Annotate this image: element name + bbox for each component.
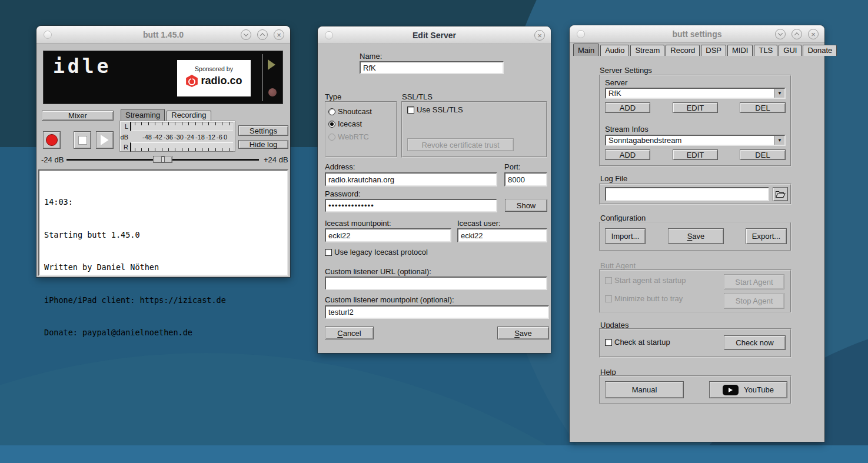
mountpoint-field[interactable] (325, 228, 451, 242)
checkbox-icon (605, 339, 612, 346)
tab-recording[interactable]: Recording (167, 111, 211, 121)
vu-left-bar (130, 122, 233, 131)
save-button[interactable]: Save (497, 327, 549, 339)
tab-midi[interactable]: MIDI (727, 45, 753, 56)
close-button[interactable]: × (534, 30, 545, 41)
mixer-button[interactable]: Mixer (42, 111, 114, 121)
vu-right-bar (130, 142, 233, 152)
log-file-label: Log File (600, 174, 627, 183)
import-button[interactable]: Import... (605, 228, 646, 244)
name-field[interactable] (360, 61, 504, 74)
log-file-field[interactable] (605, 187, 769, 201)
checkbox-icon (605, 295, 612, 302)
icecast-user-field[interactable] (457, 228, 547, 242)
radio-icecast[interactable]: Icecast (328, 119, 362, 128)
name-label: Name: (360, 52, 382, 61)
display-status-led (268, 88, 277, 96)
check-now-button[interactable]: Check now (724, 335, 786, 350)
tab-stream[interactable]: Stream (630, 45, 664, 56)
maximize-button[interactable] (791, 29, 802, 39)
password-label: Password: (325, 189, 361, 198)
use-ssl-checkbox[interactable]: Use SSL/TLS (407, 105, 463, 114)
listener-url-field[interactable] (325, 277, 547, 290)
configuration-label: Configuration (600, 214, 646, 222)
radio-shoutcast[interactable]: Shoutcast (328, 107, 372, 116)
titlebar[interactable]: Edit Server × (318, 26, 551, 44)
server-label: Server (605, 78, 627, 87)
stream-infos-label: Stream Infos (605, 125, 648, 134)
server-edit-button[interactable]: EDIT (673, 102, 718, 113)
dropdown-arrow-icon: ▼ (774, 89, 784, 98)
checkbox-icon (325, 249, 332, 256)
youtube-button[interactable]: YouTube (709, 381, 787, 398)
close-button[interactable]: × (274, 29, 284, 40)
titlebar[interactable]: butt settings × (570, 25, 824, 43)
listener-mountpoint-field[interactable] (325, 305, 549, 319)
tab-tls[interactable]: TLS (754, 45, 777, 56)
dropdown-arrow-icon: ▼ (774, 136, 784, 145)
tab-record[interactable]: Record (666, 45, 700, 56)
close-icon: × (811, 31, 816, 38)
tab-dsp[interactable]: DSP (701, 45, 726, 56)
server-dropdown[interactable]: RfK ▼ (605, 88, 786, 99)
window-title: Edit Server (318, 26, 551, 44)
check-at-startup-checkbox[interactable]: Check at startup (605, 338, 670, 347)
config-save-button[interactable]: Save (668, 228, 724, 244)
close-icon: × (277, 31, 281, 39)
server-del-button[interactable]: DEL (740, 102, 786, 113)
status-display: idle Sponsored by radio.co (43, 51, 283, 104)
legacy-protocol-checkbox[interactable]: Use legacy Icecast protocol (325, 248, 428, 257)
checkbox-icon (605, 277, 612, 284)
tab-donate[interactable]: Donate (803, 45, 837, 56)
edit-server-dialog: Edit Server × Name: Type Shoutcast Iceca… (318, 26, 551, 353)
stream-del-button[interactable]: DEL (740, 149, 786, 160)
mountpoint-label: Icecast mountpoint: (325, 219, 391, 228)
radioco-logo-icon (185, 75, 198, 87)
tab-streaming[interactable]: Streaming (121, 109, 165, 121)
radio-icon (328, 108, 335, 115)
cancel-button[interactable]: Cancel (325, 327, 374, 339)
listener-url-label: Custom listener URL (optional): (325, 267, 431, 276)
play-button[interactable] (96, 131, 114, 149)
stream-edit-button[interactable]: EDIT (673, 149, 718, 160)
log-line: Written by Daniel Nöthen (44, 262, 282, 273)
gain-slider-thumb[interactable] (153, 156, 172, 163)
stream-add-button[interactable]: ADD (605, 149, 650, 160)
tab-gui[interactable]: GUI (779, 45, 802, 56)
stop-button[interactable] (74, 131, 91, 149)
server-add-button[interactable]: ADD (605, 102, 650, 113)
settings-button[interactable]: Settings (238, 125, 288, 136)
record-button[interactable] (43, 131, 61, 149)
sponsor-banner[interactable]: Sponsored by radio.co (177, 60, 251, 96)
address-field[interactable] (325, 172, 497, 186)
butt-agent-label: Butt Agent (600, 261, 636, 270)
log-line: 14:03: (44, 196, 282, 208)
record-icon (46, 134, 58, 146)
radio-disabled-icon (328, 134, 335, 141)
maximize-button[interactable] (257, 29, 268, 40)
listener-mountpoint-label: Custom listener mountpoint (optional): (325, 295, 454, 304)
minimize-button[interactable] (241, 29, 251, 40)
desktop-bottom-strip (0, 445, 868, 463)
password-field[interactable] (325, 199, 497, 212)
log-line: iPhone/iPad client: https://izicast.de (44, 295, 282, 306)
hide-log-button[interactable]: Hide log (238, 140, 288, 149)
minimize-button[interactable] (775, 29, 786, 39)
address-label: Address: (325, 162, 355, 171)
titlebar[interactable]: butt 1.45.0 × (36, 26, 290, 44)
port-field[interactable] (504, 172, 547, 186)
export-button[interactable]: Export... (746, 228, 787, 244)
show-password-button[interactable]: Show (505, 199, 547, 212)
stop-agent-button: Stop Agent (724, 293, 784, 309)
browse-log-file-button[interactable] (773, 187, 788, 201)
tab-main[interactable]: Main (573, 44, 599, 56)
close-button[interactable]: × (808, 29, 819, 39)
tab-audio[interactable]: Audio (600, 45, 629, 56)
revoke-certificate-button: Revoke certificate trust (407, 138, 514, 151)
log-line: Starting butt 1.45.0 (44, 229, 282, 241)
manual-button[interactable]: Manual (605, 381, 684, 398)
sponsor-name: radio.co (201, 75, 242, 87)
butt-settings-window: butt settings × Main Audio Stream Record… (570, 25, 824, 442)
display-divider (262, 54, 262, 101)
stream-infos-dropdown[interactable]: Sonntagabendstream ▼ (605, 135, 786, 146)
